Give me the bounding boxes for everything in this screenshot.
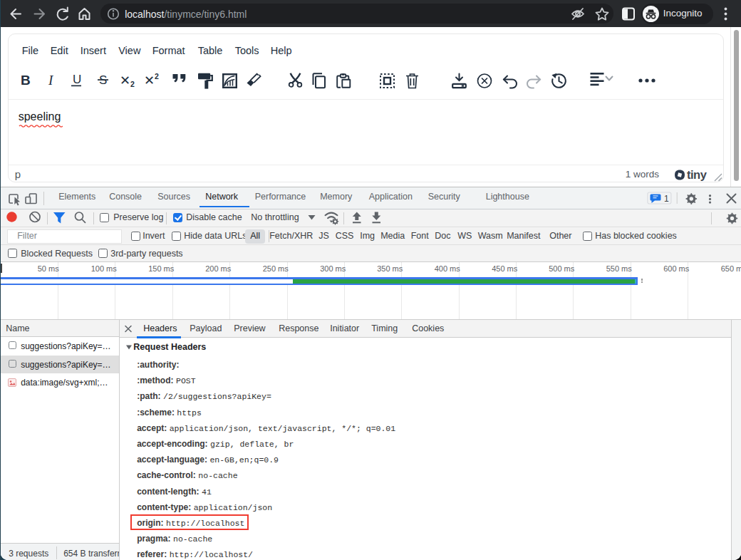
- svg-text:I: I: [48, 73, 54, 88]
- svg-text:✕: ✕: [120, 73, 130, 88]
- svg-text:2: 2: [155, 72, 159, 81]
- svg-text:tiny: tiny: [687, 168, 708, 181]
- svg-text:✕: ✕: [144, 73, 155, 88]
- svg-text:U: U: [73, 73, 81, 86]
- svg-text:1: 1: [664, 194, 669, 204]
- svg-text:2: 2: [130, 80, 135, 88]
- svg-text:B: B: [21, 73, 31, 88]
